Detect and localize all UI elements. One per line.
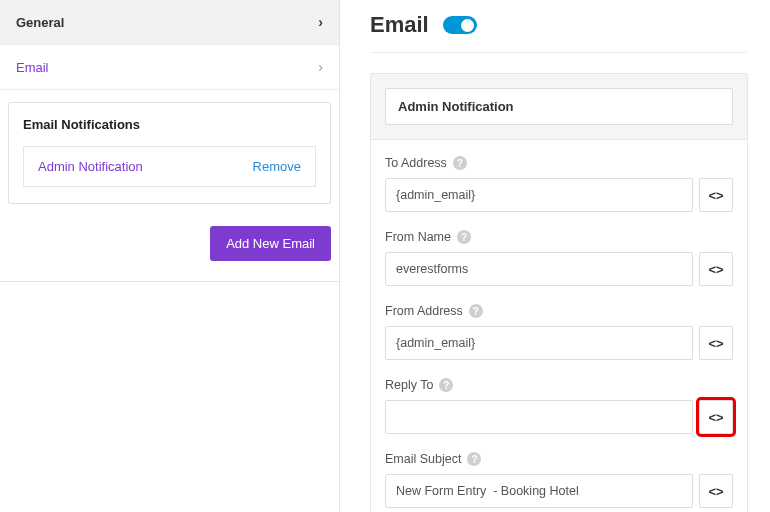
- to-address-input[interactable]: [385, 178, 693, 212]
- email-form: To Address ? <> From Name ? <>: [370, 140, 748, 512]
- help-icon[interactable]: ?: [439, 378, 453, 392]
- nav-general-label: General: [16, 15, 64, 30]
- help-icon[interactable]: ?: [453, 156, 467, 170]
- to-address-label: To Address: [385, 156, 447, 170]
- help-icon[interactable]: ?: [467, 452, 481, 466]
- add-new-email-button[interactable]: Add New Email: [210, 226, 331, 261]
- sidebar-empty: [0, 281, 339, 512]
- notifications-panel: Email Notifications Admin Notification R…: [8, 102, 331, 204]
- email-subject-input[interactable]: [385, 474, 693, 508]
- smart-tag-button[interactable]: <>: [699, 178, 733, 212]
- from-name-label: From Name: [385, 230, 451, 244]
- notification-header: [370, 73, 748, 140]
- from-address-label: From Address: [385, 304, 463, 318]
- help-icon[interactable]: ?: [457, 230, 471, 244]
- page-title: Email: [370, 12, 429, 38]
- reply-to-input[interactable]: [385, 400, 693, 434]
- email-toggle[interactable]: [443, 16, 477, 34]
- smart-tag-button[interactable]: <>: [699, 400, 733, 434]
- email-subject-label: Email Subject: [385, 452, 461, 466]
- smart-tag-button[interactable]: <>: [699, 252, 733, 286]
- help-icon[interactable]: ?: [469, 304, 483, 318]
- smart-tag-button[interactable]: <>: [699, 326, 733, 360]
- reply-to-label: Reply To: [385, 378, 433, 392]
- main-panel: Email To Address ? <> From Name ?: [340, 0, 770, 512]
- from-name-input[interactable]: [385, 252, 693, 286]
- chevron-right-icon: ›: [318, 14, 323, 30]
- from-address-input[interactable]: [385, 326, 693, 360]
- smart-tag-button[interactable]: <>: [699, 474, 733, 508]
- panel-title: Email Notifications: [23, 117, 316, 132]
- notification-name: Admin Notification: [38, 159, 143, 174]
- chevron-right-icon: ›: [318, 59, 323, 75]
- nav-email[interactable]: Email ›: [0, 45, 339, 90]
- notification-row[interactable]: Admin Notification Remove: [23, 146, 316, 187]
- sidebar: General › Email › Email Notifications Ad…: [0, 0, 340, 512]
- remove-button[interactable]: Remove: [253, 159, 301, 174]
- notification-name-input[interactable]: [385, 88, 733, 125]
- nav-general[interactable]: General ›: [0, 0, 339, 45]
- nav-email-label: Email: [16, 60, 49, 75]
